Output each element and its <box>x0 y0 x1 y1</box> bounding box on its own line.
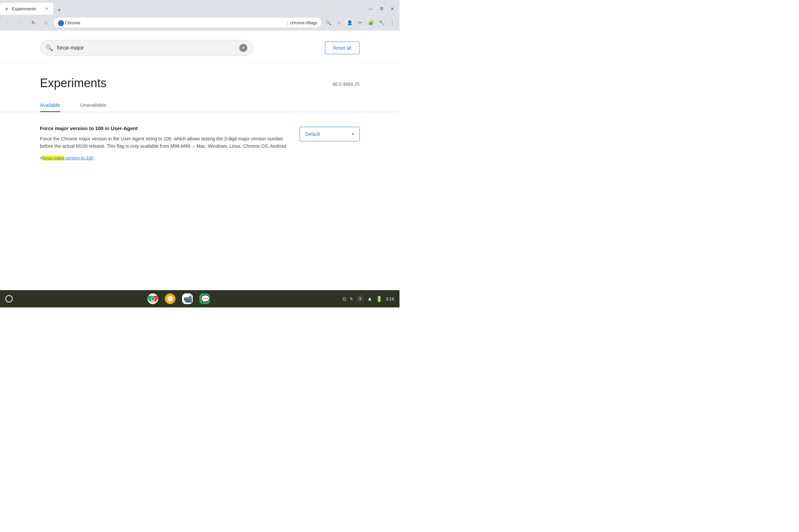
version-number: 96.0.4664.25 <box>332 76 359 87</box>
search-magnifier-icon: 🔍 <box>45 44 53 52</box>
battery-icon: 🔋 <box>376 296 383 302</box>
app2-svg <box>165 293 175 304</box>
tabs-row: Available Unavailable <box>0 98 400 112</box>
svg-point-5 <box>167 296 173 301</box>
chevron-down-icon: ▾ <box>352 132 354 136</box>
flag-link-rest: -version-to-100 <box>64 155 93 160</box>
flag-link-highlight: force-major <box>42 155 64 160</box>
wifi-icon: ▲ <box>367 296 373 302</box>
address-separator: | <box>287 20 288 25</box>
svg-point-3 <box>151 297 154 300</box>
flag-info: Force major version to 100 in User-Agent… <box>40 126 286 161</box>
menu-button[interactable]: ⋮ <box>388 18 397 27</box>
tab-unavailable[interactable]: Unavailable <box>80 98 106 112</box>
extra-icon[interactable]: 🔧 <box>377 18 386 27</box>
tab-title: Experiments <box>12 6 41 11</box>
address-site-icon: 🔵 <box>58 20 63 25</box>
taskbar-right: ⊡ ✎ 3 ▲ 🔋 3:18 <box>342 295 394 302</box>
window-restore-button[interactable]: ⧉ <box>377 4 386 13</box>
new-tab-button[interactable]: + <box>55 5 64 15</box>
search-input[interactable] <box>57 45 235 51</box>
search-clear-button[interactable]: ✕ <box>239 44 247 52</box>
tab-favicon: 🔺 <box>4 6 9 11</box>
back-button[interactable]: ← <box>3 17 13 28</box>
experiments-heading: Experiments 96.0.4664.25 <box>0 63 400 90</box>
taskbar-time: 3:18 <box>386 297 394 301</box>
taskbar-left <box>5 295 15 302</box>
taskbar-meet-icon[interactable]: 📹 <box>182 293 193 305</box>
bookmark-icon[interactable]: ☆ <box>334 18 343 27</box>
address-bar-row: ← → ↻ ⌂ 🔵 Chrome | chrome://flags 🔍 ☆ 👤 … <box>0 15 400 31</box>
reset-all-button[interactable]: Reset all <box>325 42 359 54</box>
home-button[interactable]: ⌂ <box>41 17 51 28</box>
extensions-icon[interactable]: ✂ <box>356 18 365 27</box>
tab-available[interactable]: Available <box>40 98 60 112</box>
taskbar-badge: 3 <box>356 295 364 302</box>
search-box: 🔍 ✕ <box>40 40 253 56</box>
meet-svg: 📹 <box>182 293 193 304</box>
taskbar-chrome-icon[interactable] <box>147 293 159 305</box>
taskbar-center: 📹 💬 <box>15 293 342 305</box>
flag-dropdown[interactable]: Default ▾ <box>300 127 359 141</box>
svg-text:📹: 📹 <box>183 294 193 303</box>
chat-svg: 💬 <box>200 293 210 304</box>
browser-tab-experiments[interactable]: 🔺 Experiments ✕ <box>0 3 53 15</box>
browser-frame: 🔺 Experiments ✕ + — ⧉ ✕ ← → ↻ ⌂ 🔵 Chrome… <box>0 0 400 307</box>
taskbar: 📹 💬 ⊡ ✎ 3 ▲ 🔋 3:18 <box>0 290 400 307</box>
profile-icon[interactable]: 👤 <box>345 18 354 27</box>
forward-button[interactable]: → <box>15 17 26 28</box>
tab-close-button[interactable]: ✕ <box>44 6 49 11</box>
flag-description: Force the Chrome major version in the Us… <box>40 135 286 150</box>
toolbar-icons: 🔍 ☆ 👤 ✂ 🧩 🔧 ⋮ <box>323 18 397 27</box>
taskbar-app2-icon[interactable] <box>164 293 176 305</box>
address-site-name: Chrome <box>65 20 285 25</box>
taskbar-icon2: ✎ <box>350 297 353 301</box>
flag-dropdown-value: Default <box>305 131 320 137</box>
tab-bar: 🔺 Experiments ✕ + — ⧉ ✕ <box>0 0 400 15</box>
address-url: chrome://flags <box>290 20 317 25</box>
flag-link[interactable]: #force-major-version-to-100 <box>40 155 93 160</box>
taskbar-icon1: ⊡ <box>342 297 346 301</box>
taskbar-indicator <box>5 295 13 302</box>
flags-content: Force major version to 100 in User-Agent… <box>0 112 400 180</box>
page-content: 🔍 ✕ Reset all Experiments 96.0.4664.25 A… <box>0 31 400 290</box>
taskbar-chat-icon[interactable]: 💬 <box>199 293 211 305</box>
page-title: Experiments <box>40 76 107 90</box>
reload-button[interactable]: ↻ <box>28 17 39 28</box>
flag-header: Force major version to 100 in User-Agent… <box>40 126 359 161</box>
chrome-logo-svg <box>148 293 158 304</box>
taskbar-status-icons: ⊡ ✎ 3 ▲ 🔋 3:18 <box>342 295 394 302</box>
search-icon[interactable]: 🔍 <box>323 18 333 27</box>
flag-item: Force major version to 100 in User-Agent… <box>40 126 359 161</box>
flag-title: Force major version to 100 in User-Agent <box>40 126 286 131</box>
address-bar[interactable]: 🔵 Chrome | chrome://flags <box>53 17 321 28</box>
search-area: 🔍 ✕ Reset all <box>0 31 400 63</box>
puzzle-icon[interactable]: 🧩 <box>366 18 375 27</box>
window-minimize-button[interactable]: — <box>366 4 375 13</box>
svg-text:💬: 💬 <box>201 294 210 303</box>
window-controls: — ⧉ ✕ <box>366 4 400 15</box>
window-close-button[interactable]: ✕ <box>388 4 397 13</box>
